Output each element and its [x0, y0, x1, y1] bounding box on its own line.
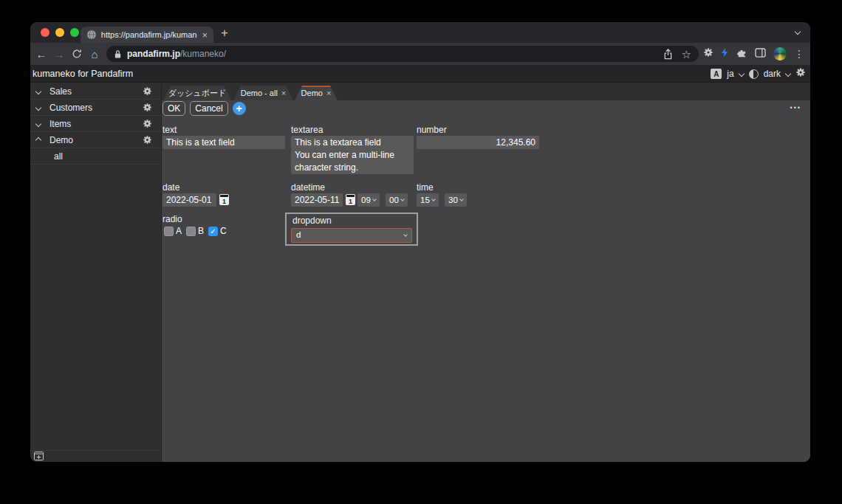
datetime-date-input[interactable]: 2022-05-11 — [291, 193, 343, 207]
sidebar-item-label: Customers — [49, 103, 92, 113]
tab-search-chevron-icon[interactable] — [795, 29, 801, 35]
textarea-field-label: textarea — [291, 125, 323, 135]
chevron-down-icon — [400, 197, 405, 201]
settings-gear-icon[interactable] — [795, 67, 806, 80]
checkbox-checked-icon[interactable]: ✓ — [208, 227, 218, 236]
chevron-down-icon — [372, 197, 377, 201]
chrome-tabstrip: https://pandafirm.jp/kumaneko × + — [30, 22, 810, 43]
sidebar-item-label: Demo — [49, 135, 73, 145]
tab-close-icon[interactable]: × — [281, 89, 286, 97]
sidebar-item-demo-all[interactable]: all — [30, 148, 161, 165]
tab-dashboard[interactable]: ダッシュボード — [163, 86, 231, 100]
add-record-button[interactable]: + — [233, 102, 246, 115]
sidebar-item-demo[interactable]: Demo — [30, 132, 161, 148]
bookmark-star-icon[interactable]: ☆ — [682, 49, 691, 60]
reload-button[interactable] — [68, 45, 86, 63]
radio-option-label: A — [176, 226, 182, 236]
text-input[interactable]: This is a text field — [162, 136, 285, 149]
chevron-down-icon — [35, 88, 41, 94]
gear-icon[interactable] — [143, 135, 152, 145]
datetime-hour-select[interactable]: 09 — [357, 193, 380, 207]
tab-close-icon[interactable]: × — [326, 89, 331, 97]
sidebar-item-items[interactable]: Items — [30, 116, 161, 132]
sidebar-item-customers[interactable]: Customers — [30, 100, 161, 116]
lock-icon — [114, 49, 122, 59]
browser-tab[interactable]: https://pandafirm.jp/kumaneko × — [81, 27, 213, 43]
sidebar-item-label: Sales — [49, 86, 72, 97]
date-field-label: date — [162, 182, 179, 193]
app-header-controls: A ja dark — [711, 65, 806, 83]
forward-button[interactable]: → — [50, 45, 68, 63]
theme-selector[interactable]: dark — [764, 69, 781, 79]
language-chevron-icon[interactable] — [738, 71, 744, 77]
extensions-puzzle-icon[interactable] — [736, 47, 747, 61]
datetime-field-label: datetime — [291, 182, 325, 193]
dropdown-field-group: dropdown d — [285, 213, 418, 246]
minimize-window-button[interactable] — [55, 28, 64, 37]
chevron-down-icon — [35, 104, 41, 110]
window-controls — [41, 28, 79, 37]
calendar-icon[interactable]: 1 — [219, 194, 229, 205]
checkbox-unchecked-icon[interactable] — [164, 227, 174, 236]
radio-field-label: radio — [162, 214, 182, 224]
select-value: d — [296, 230, 301, 239]
address-bar[interactable]: pandafirm.jp/kumaneko/ ☆ — [106, 46, 699, 62]
select-value: 09 — [361, 196, 371, 204]
close-window-button[interactable] — [41, 28, 49, 37]
sidebar-item-sales[interactable]: Sales — [30, 83, 161, 100]
language-selector[interactable]: ja — [727, 69, 733, 79]
date-input[interactable]: 2022-05-01 — [162, 193, 216, 207]
app-header: kumaneko for Pandafirm A ja dark — [30, 65, 810, 83]
tab-demo[interactable]: Demo × — [295, 86, 338, 100]
radio-option-a[interactable]: A — [164, 226, 182, 236]
time-minute-select[interactable]: 30 — [445, 193, 467, 207]
tab-demo-all[interactable]: Demo - all × — [233, 86, 293, 100]
browser-menu-icon[interactable]: ⋮ — [794, 49, 804, 59]
chevron-down-icon — [35, 120, 41, 126]
profile-avatar[interactable] — [773, 47, 787, 61]
tab-close-icon[interactable]: × — [202, 30, 208, 40]
zoom-window-button[interactable] — [70, 28, 79, 37]
radio-group: A B ✓C — [164, 226, 227, 236]
form-toolbar: OK Cancel + — [162, 101, 246, 116]
sidebar-item-label: all — [54, 151, 63, 162]
side-panel-icon[interactable] — [755, 47, 766, 61]
home-button[interactable]: ⌂ — [86, 45, 103, 63]
checkbox-unchecked-icon[interactable] — [186, 227, 196, 236]
tab-label: Demo — [301, 89, 323, 97]
back-button[interactable]: ← — [32, 45, 50, 63]
extension-gear-icon[interactable] — [703, 47, 713, 61]
more-options-icon[interactable]: ••• — [790, 104, 801, 111]
gear-icon[interactable] — [143, 103, 152, 112]
dropdown-select[interactable]: d — [291, 228, 412, 243]
add-window-icon[interactable] — [34, 450, 44, 463]
app-title: kumaneko for Pandafirm — [32, 69, 133, 79]
chevron-down-icon — [431, 197, 436, 201]
textarea-input[interactable]: This is a textarea field You can enter a… — [291, 136, 414, 174]
extension-lightning-icon[interactable] — [721, 47, 729, 61]
radio-option-b[interactable]: B — [186, 226, 204, 236]
radio-option-c[interactable]: ✓C — [208, 226, 227, 236]
browser-window: https://pandafirm.jp/kumaneko × + ← → ⌂ … — [30, 22, 810, 462]
tab-label: ダッシュボード — [168, 88, 227, 99]
ok-button[interactable]: OK — [162, 101, 185, 116]
select-value: 00 — [389, 196, 399, 204]
share-icon[interactable] — [663, 49, 673, 60]
chevron-up-icon — [35, 137, 41, 142]
theme-chevron-icon[interactable] — [785, 71, 791, 77]
time-hour-select[interactable]: 15 — [417, 193, 439, 207]
number-input[interactable]: 12,345.60 — [417, 136, 539, 149]
cancel-button[interactable]: Cancel — [190, 101, 227, 116]
calendar-icon[interactable]: 1 — [346, 194, 355, 205]
main-content: ダッシュボード Demo - all × Demo × OK Cancel + … — [162, 83, 810, 462]
sidebar: Sales Customers Items Demo all — [30, 83, 162, 462]
url-domain: pandafirm.jp — [127, 49, 180, 59]
browser-tab-title: https://pandafirm.jp/kumaneko — [101, 30, 198, 39]
datetime-minute-select[interactable]: 00 — [386, 193, 408, 207]
gear-icon[interactable] — [143, 86, 152, 96]
text-field-label: text — [162, 125, 177, 135]
new-tab-button[interactable]: + — [221, 26, 228, 41]
radio-option-label: B — [198, 226, 204, 236]
gear-icon[interactable] — [143, 119, 152, 128]
tab-label: Demo - all — [241, 89, 278, 97]
